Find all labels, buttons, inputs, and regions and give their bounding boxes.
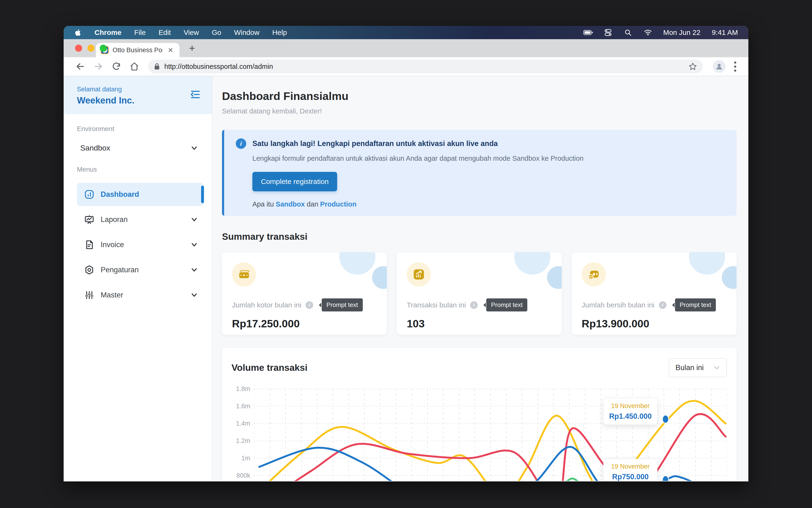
page-content: Selamat datang Weekend Inc. Environment … — [63, 76, 749, 481]
menubar-item-chrome[interactable]: Chrome — [94, 29, 121, 37]
chart-marker-dot[interactable] — [663, 476, 669, 481]
sidebar-item-master[interactable]: Master — [77, 284, 204, 307]
chart-marker-dot[interactable] — [663, 415, 669, 423]
menubar-item-view[interactable]: View — [183, 29, 199, 37]
money-check-icon — [582, 262, 606, 287]
zoom-window-button[interactable] — [100, 45, 107, 52]
card-label: Jumlah kotor bulan ini — [232, 301, 301, 309]
chevron-down-icon — [191, 241, 198, 248]
new-tab-button[interactable]: + — [189, 41, 195, 55]
sidebar-item-label: Invoice — [101, 241, 191, 249]
dashboard-icon — [84, 189, 94, 200]
address-bar[interactable]: http://ottobusinessportal.com/admin — [148, 59, 703, 73]
card-jumlah-bersih: Jumlah bersih bulan ini i Prompt text Rp… — [572, 252, 736, 335]
y-axis-tick-label: 1.4m — [236, 420, 250, 427]
active-indicator — [201, 186, 204, 203]
tooltip-value: Rp1.450.000 — [606, 412, 655, 421]
summary-heading: Summary transaksi — [222, 231, 736, 242]
wifi-icon[interactable] — [643, 28, 653, 37]
invoice-document-icon — [84, 240, 94, 250]
volume-chart-card: Volume transaksi Bulan ini 1.8m1.6m1.4m1… — [222, 348, 736, 481]
decorative-circle — [372, 266, 387, 289]
summary-cards: Jumlah kotor bulan ini i Prompt text Rp1… — [222, 252, 736, 335]
decorative-circle — [339, 252, 375, 274]
browser-toolbar: http://ottobusinessportal.com/admin — [63, 57, 749, 76]
back-icon[interactable] — [76, 62, 85, 71]
production-link[interactable]: Production — [320, 200, 356, 208]
tooltip-value: Rp750.000 — [606, 473, 655, 481]
forward-icon[interactable] — [93, 62, 103, 71]
tooltip-bubble: Prompt text — [322, 298, 363, 311]
tooltip-bubble: Prompt text — [675, 298, 716, 311]
page-subtitle: Selamat datang kembali, Dexter! — [222, 107, 736, 115]
info-icon[interactable]: i — [306, 301, 313, 309]
url-text[interactable]: http://ottobusinessportal.com/admin — [164, 63, 684, 71]
card-value: Rp13.900.000 — [582, 318, 727, 330]
sidebar-item-pengaturan[interactable]: Pengaturan — [77, 258, 204, 282]
sidebar: Selamat datang Weekend Inc. Environment … — [63, 76, 213, 481]
sidebar-item-label: Pengaturan — [101, 266, 191, 274]
settings-gear-icon — [84, 265, 94, 275]
browser-menu-icon[interactable] — [734, 61, 736, 72]
decorative-circle — [689, 252, 725, 274]
environment-label: Environment — [77, 125, 204, 133]
minimize-window-button[interactable] — [87, 45, 94, 52]
sidebar-item-label: Laporan — [101, 215, 191, 224]
macos-menubar: Chrome File Edit View Go Window Help Mon… — [63, 26, 749, 39]
environment-select[interactable]: Sandbox — [77, 133, 204, 166]
complete-registration-button[interactable]: Complete registration — [252, 172, 337, 191]
period-filter-dropdown[interactable]: Bulan ini — [669, 358, 727, 377]
chart-title: Volume transaksi — [231, 363, 307, 373]
decorative-circle — [722, 266, 736, 289]
tab-title: Otto Business Portal — [113, 46, 163, 54]
lock-icon — [154, 63, 160, 70]
home-icon[interactable] — [130, 62, 139, 71]
chevron-down-icon — [191, 144, 198, 152]
menubar-item-go[interactable]: Go — [212, 29, 221, 37]
menubar-item-edit[interactable]: Edit — [159, 29, 171, 37]
sidebar-item-laporan[interactable]: Laporan — [77, 208, 204, 231]
report-board-icon — [84, 214, 94, 225]
close-window-button[interactable] — [75, 45, 82, 52]
reload-icon[interactable] — [112, 62, 121, 71]
menubar-clock: 9:41 AM — [712, 29, 738, 37]
registration-banner: i Satu langkah lagi! Lengkapi pendaftara… — [222, 130, 736, 216]
series-red — [272, 414, 726, 481]
apple-logo-icon — [74, 29, 82, 37]
sidebar-item-label: Master — [101, 291, 191, 299]
card-label: Transaksi bulan ini — [407, 301, 466, 309]
banner-title: Satu langkah lagi! Lengkapi pendaftaran … — [252, 139, 498, 148]
info-icon[interactable]: i — [659, 301, 667, 309]
chevron-down-icon — [713, 364, 720, 371]
sliders-icon — [84, 290, 94, 300]
tooltip-bubble: Prompt text — [486, 298, 527, 311]
menubar-date: Mon Jun 22 — [663, 29, 700, 37]
menubar-item-file[interactable]: File — [134, 29, 145, 37]
info-icon[interactable]: i — [470, 301, 478, 309]
card-label: Jumlah bersih bulan ini — [582, 301, 654, 309]
close-tab-icon[interactable]: ✕ — [166, 46, 175, 54]
chevron-down-icon — [191, 266, 198, 273]
card-jumlah-kotor: Jumlah kotor bulan ini i Prompt text Rp1… — [222, 252, 387, 335]
line-chart: 1.8m1.6m1.4m1.2m1m800k600k 19 NovemberRp… — [231, 385, 727, 481]
control-center-icon[interactable] — [603, 28, 613, 37]
sidebar-item-invoice[interactable]: Invoice — [77, 233, 204, 256]
y-axis-tick-label: 1.2m — [236, 437, 250, 444]
menubar-item-help[interactable]: Help — [272, 29, 287, 37]
browser-window: Chrome File Edit View Go Window Help Mon… — [63, 26, 749, 481]
page-title: Dashboard Finansialmu — [222, 89, 736, 102]
battery-icon — [583, 28, 593, 37]
collapse-sidebar-icon[interactable] — [190, 89, 201, 100]
sandbox-link[interactable]: Sandbox — [276, 200, 305, 208]
tooltip-date: 19 November — [606, 463, 655, 470]
bookmark-star-icon[interactable] — [689, 62, 697, 71]
chart-tooltip: 19 NovemberRp1.450.000 — [603, 398, 657, 425]
profile-avatar[interactable] — [713, 60, 726, 73]
menubar-item-window[interactable]: Window — [234, 29, 259, 37]
browser-tab[interactable]: otto Otto Business Portal ✕ — [96, 43, 179, 57]
chart-tooltip: 19 NovemberRp750.000 — [603, 459, 657, 481]
tooltip-date: 19 November — [606, 403, 655, 410]
sidebar-item-label: Dashboard — [101, 190, 198, 199]
spotlight-search-icon[interactable] — [623, 28, 633, 37]
sidebar-item-dashboard[interactable]: Dashboard — [77, 183, 204, 206]
